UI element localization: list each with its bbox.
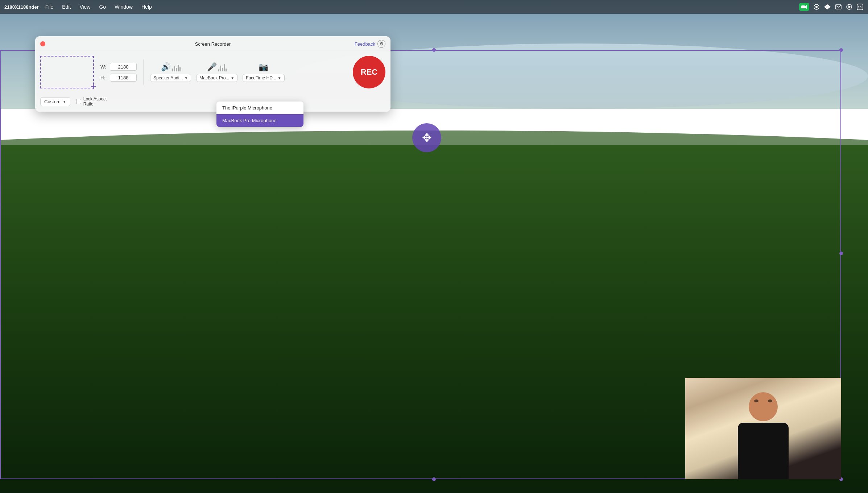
menubar-left: 2180X1188nder File Edit View Go Window H… — [4, 3, 156, 11]
preset-label: Custom — [44, 99, 61, 104]
move-cursor[interactable]: ✥ — [412, 123, 441, 152]
menu-file[interactable]: File — [42, 3, 57, 11]
recorder-panel: Screen Recorder Feedback ⚙ ✛ W: H: 🔊 — [35, 36, 390, 112]
bar-4 — [178, 65, 179, 71]
camera-icon: 📷 — [259, 62, 268, 72]
settings-icon[interactable]: ⚙ — [377, 40, 385, 48]
speaker-bars — [172, 63, 181, 71]
mic-bar-1 — [218, 69, 219, 71]
panel-body: ✛ W: H: 🔊 — [35, 50, 390, 96]
speaker-dropdown-arrow: ▼ — [184, 76, 188, 80]
lock-aspect-checkbox[interactable] — [76, 99, 81, 104]
menu-view[interactable]: View — [76, 3, 94, 11]
preset-dropdown[interactable]: Custom ▼ — [40, 97, 70, 106]
speaker-icon-row: 🔊 — [161, 62, 181, 72]
cast-icon[interactable] — [813, 3, 820, 11]
lock-aspect-label[interactable]: Lock AspectRatio — [76, 96, 107, 107]
menubar: 2180X1188nder File Edit View Go Window H… — [0, 0, 868, 14]
height-input[interactable] — [110, 74, 137, 82]
mail-icon[interactable] — [835, 3, 842, 11]
svg-text:10: 10 — [858, 5, 861, 9]
facetime-icon[interactable] — [799, 3, 809, 11]
camera-section: 📷 FaceTime HD... ▼ — [243, 62, 284, 82]
panel-bottom: Custom ▼ Lock AspectRatio — [35, 96, 390, 112]
feedback-label: Feedback — [355, 41, 375, 47]
menubar-right: 10 — [799, 3, 864, 11]
record-icon[interactable] — [846, 3, 853, 11]
close-button[interactable] — [40, 41, 45, 46]
svg-rect-8 — [835, 5, 841, 9]
svg-point-3 — [815, 6, 818, 8]
feedback-link[interactable]: Feedback ⚙ — [355, 40, 385, 48]
mic-dropdown-menu: The iPurple Microphone MacBook Pro Micro… — [216, 102, 303, 127]
dropbox-icon[interactable] — [824, 3, 831, 11]
divider-1 — [143, 59, 144, 85]
time-icon[interactable]: 10 — [856, 3, 864, 11]
mic-bar-2 — [220, 66, 221, 71]
camera-dropdown-label: FaceTime HD... — [246, 75, 276, 80]
dimensions-section: W: H: — [100, 63, 137, 82]
app-brand: 2180X1188nder — [4, 4, 39, 10]
webcam-inner — [685, 378, 841, 479]
height-label: H: — [100, 75, 108, 80]
bar-3 — [176, 68, 177, 71]
bar-1 — [172, 69, 173, 71]
width-input[interactable] — [110, 63, 137, 71]
preview-handle: ✛ — [91, 83, 96, 91]
mic-dropdown[interactable]: MacBook Pro... ▼ — [196, 74, 237, 82]
mic-bar-3 — [222, 68, 223, 71]
bar-2 — [174, 66, 175, 71]
mic-option-ipurple[interactable]: The iPurple Microphone — [216, 102, 303, 114]
rec-button[interactable]: REC — [353, 56, 385, 88]
mic-icon-row: 🎤 — [207, 62, 227, 72]
speaker-dropdown[interactable]: Speaker Audi... ▼ — [150, 74, 191, 82]
selection-preview-box: ✛ — [40, 56, 94, 88]
rec-label: REC — [361, 67, 377, 77]
lock-aspect-text: Lock AspectRatio — [83, 96, 107, 107]
bar-5 — [179, 67, 181, 71]
mic-dropdown-label: MacBook Pro... — [199, 75, 229, 80]
speaker-section: 🔊 Speaker Audi... ▼ — [150, 62, 191, 82]
svg-rect-0 — [801, 5, 805, 8]
speaker-dropdown-label: Speaker Audi... — [153, 75, 183, 80]
svg-marker-1 — [805, 5, 807, 9]
camera-dropdown-arrow: ▼ — [278, 76, 281, 80]
mic-section: 🎤 MacBook Pro... ▼ — [196, 62, 237, 82]
width-label: W: — [100, 64, 108, 70]
svg-marker-10 — [848, 5, 851, 8]
height-row: H: — [100, 74, 137, 82]
preset-dropdown-arrow: ▼ — [63, 100, 66, 104]
menu-window[interactable]: Window — [111, 3, 136, 11]
menu-help[interactable]: Help — [138, 3, 156, 11]
panel-title: Screen Recorder — [195, 41, 231, 47]
mic-bar-5 — [226, 69, 227, 71]
speaker-icon: 🔊 — [161, 62, 171, 72]
menu-go[interactable]: Go — [95, 3, 109, 11]
mic-icon: 🎤 — [207, 62, 217, 72]
panel-header: Screen Recorder Feedback ⚙ — [35, 36, 390, 50]
mic-bar-4 — [224, 64, 225, 71]
mic-bars — [218, 63, 227, 71]
width-row: W: — [100, 63, 137, 71]
camera-dropdown[interactable]: FaceTime HD... ▼ — [243, 74, 284, 82]
menu-edit[interactable]: Edit — [58, 3, 74, 11]
mic-dropdown-arrow: ▼ — [231, 76, 234, 80]
webcam-preview — [685, 378, 841, 479]
webcam-person — [685, 378, 841, 479]
mic-option-macbook[interactable]: MacBook Pro Microphone — [216, 114, 303, 127]
